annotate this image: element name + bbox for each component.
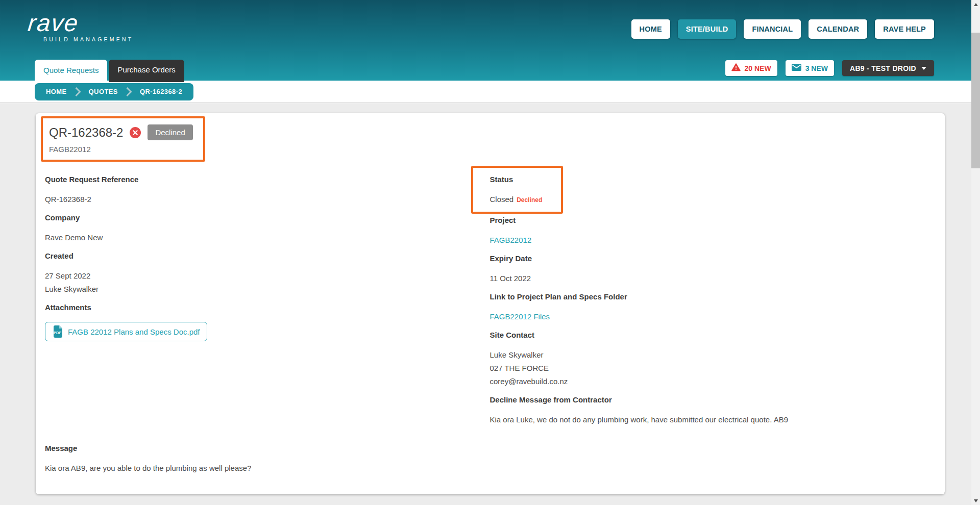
reference-value: QR-162368-2 <box>45 193 490 206</box>
svg-text:PDF: PDF <box>54 331 61 335</box>
nav-financial-button[interactable]: FINANCIAL <box>744 19 801 39</box>
app-header: rave BUILD MANAGEMENT HOME SITE/BUILD FI… <box>0 0 971 81</box>
site-contact-label: Site Contact <box>490 330 935 341</box>
alerts-badge[interactable]: 20 NEW <box>725 60 777 76</box>
company-value: Rave Demo New <box>45 231 490 244</box>
expiry-label: Expiry Date <box>490 253 935 264</box>
breadcrumb-home[interactable]: HOME <box>46 88 67 95</box>
created-by: Luke Skywalker <box>45 283 490 296</box>
status-badge: Declined <box>148 124 192 140</box>
triangle-down-icon <box>974 499 978 502</box>
user-menu-label: AB9 - TEST DROID <box>850 64 916 72</box>
viewport: rave BUILD MANAGEMENT HOME SITE/BUILD FI… <box>0 0 980 505</box>
messages-badge-label: 3 NEW <box>805 64 828 72</box>
detail-columns: Quote Request Reference QR-162368-2 Comp… <box>45 174 935 433</box>
reference-label: Quote Request Reference <box>45 174 490 185</box>
attachment-pdf-button[interactable]: PDF FAGB 22012 Plans and Specs Doc.pdf <box>45 322 207 341</box>
annotation-status-box: Status ClosedDeclined <box>471 166 563 214</box>
message-label: Message <box>45 443 935 454</box>
messages-badge[interactable]: 3 NEW <box>786 60 834 76</box>
breadcrumb-separator-icon <box>75 86 81 97</box>
site-contact-phone: 027 THE FORCE <box>490 362 935 375</box>
section-tabs: Quote Requests Purchase Orders <box>35 60 184 81</box>
status-detail-text: Declined <box>517 196 542 204</box>
company-label: Company <box>45 212 490 223</box>
tab-purchase-orders[interactable]: Purchase Orders <box>109 60 184 82</box>
status-label: Status <box>490 174 550 185</box>
close-icon[interactable] <box>130 127 141 138</box>
envelope-icon <box>792 64 801 72</box>
left-column: Quote Request Reference QR-162368-2 Comp… <box>45 174 490 433</box>
warning-triangle-icon <box>731 63 741 73</box>
created-label: Created <box>45 250 490 262</box>
triangle-up-icon <box>974 3 978 6</box>
breadcrumb-quotes[interactable]: QUOTES <box>89 88 118 95</box>
created-date: 27 Sept 2022 <box>45 269 490 283</box>
vertical-scrollbar[interactable] <box>971 0 980 505</box>
tab-quote-requests[interactable]: Quote Requests <box>35 60 107 81</box>
scrollbar-thumb[interactable] <box>971 33 980 168</box>
page-title: QR-162368-2 <box>49 125 123 140</box>
plans-folder-link[interactable]: FAGB22012 Files <box>490 312 550 321</box>
breadcrumb-current-quote[interactable]: QR-162368-2 <box>140 88 182 95</box>
scrollbar-down-arrow[interactable] <box>971 496 980 505</box>
status-value: ClosedDeclined <box>490 193 550 207</box>
site-contact-value: Luke Skywalker 027 THE FORCE corey@raveb… <box>490 348 935 388</box>
site-contact-name: Luke Skywalker <box>490 348 935 362</box>
pdf-file-icon: PDF <box>52 325 63 338</box>
user-menu-dropdown[interactable]: AB9 - TEST DROID <box>842 60 934 76</box>
nav-calendar-button[interactable]: CALENDAR <box>808 19 867 39</box>
status-value-text: Closed <box>490 195 514 204</box>
quote-title-row: QR-162368-2 Declined <box>49 124 193 140</box>
expiry-value: 11 Oct 2022 <box>490 272 935 285</box>
project-label: Project <box>490 215 935 226</box>
chevron-down-icon <box>921 67 926 70</box>
site-contact-email: corey@ravebuild.co.nz <box>490 375 935 388</box>
decline-message-label: Decline Message from Contractor <box>490 394 935 406</box>
alerts-badge-label: 20 NEW <box>745 64 771 72</box>
created-value: 27 Sept 2022 Luke Skywalker <box>45 269 490 296</box>
nav-home-button[interactable]: HOME <box>631 19 670 39</box>
logo-brand-text: rave <box>27 10 135 36</box>
nav-site-build-button[interactable]: SITE/BUILD <box>678 19 737 39</box>
decline-message-text: Kia ora Luke, we do not do any plumbing … <box>490 413 935 426</box>
project-link[interactable]: FAGB22012 <box>490 236 532 244</box>
page: rave BUILD MANAGEMENT HOME SITE/BUILD FI… <box>0 0 971 505</box>
annotation-title-box: QR-162368-2 Declined FAGB22012 <box>41 116 205 162</box>
plans-folder-label: Link to Project Plan and Specs Folder <box>490 291 935 302</box>
breadcrumb-separator-icon <box>126 86 132 97</box>
logo-tagline: BUILD MANAGEMENT <box>43 36 133 42</box>
quote-subtitle: FAGB22012 <box>49 144 193 155</box>
main-content: QR-162368-2 Declined FAGB22012 Quote Req… <box>0 103 971 505</box>
attachment-file-name: FAGB 22012 Plans and Specs Doc.pdf <box>68 327 200 336</box>
main-nav: HOME SITE/BUILD FINANCIAL CALENDAR RAVE … <box>631 19 935 39</box>
breadcrumb-bar: HOME QUOTES QR-162368-2 <box>0 81 971 103</box>
message-section: Message Kia ora AB9, are you able to do … <box>45 443 935 475</box>
rave-logo[interactable]: rave BUILD MANAGEMENT <box>28 10 133 42</box>
quote-request-card: QR-162368-2 Declined FAGB22012 Quote Req… <box>36 113 945 494</box>
nav-rave-help-button[interactable]: RAVE HELP <box>875 19 934 39</box>
right-column: Status ClosedDeclined Project FAGB22012 … <box>490 174 935 433</box>
attachments-label: Attachments <box>45 302 490 313</box>
scrollbar-up-arrow[interactable] <box>971 0 980 9</box>
breadcrumb: HOME QUOTES QR-162368-2 <box>35 83 193 100</box>
header-badges: 20 NEW 3 NEW AB9 - TEST DROID <box>725 60 935 76</box>
message-text: Kia ora AB9, are you able to do the plum… <box>45 462 935 475</box>
